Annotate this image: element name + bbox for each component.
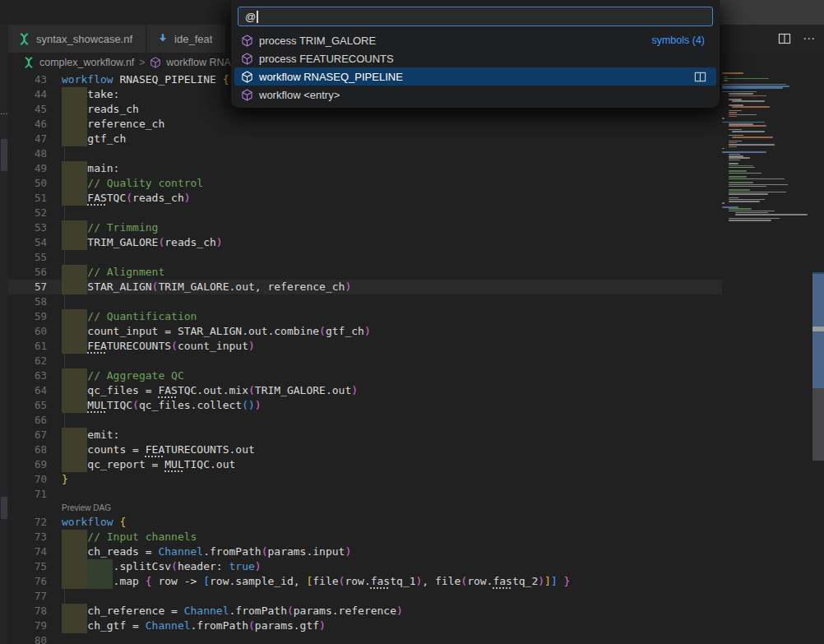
code-line[interactable]: 47 gtf_ch <box>8 132 722 146</box>
overflow-dots-icon: ⋯ <box>0 109 8 118</box>
line-number: 68 <box>8 442 62 457</box>
quick-open-input[interactable]: @ <box>238 7 713 26</box>
code-line[interactable]: 77 <box>8 589 722 604</box>
code-line[interactable]: 49 main: <box>8 161 722 176</box>
breadcrumb-file[interactable]: complex_workflow.nf <box>39 57 134 68</box>
tab-label: ide_feat <box>174 33 212 45</box>
line-number: 53 <box>8 220 62 235</box>
line-number: 61 <box>8 339 62 354</box>
line-number: 65 <box>8 398 62 413</box>
tab-syntax-showcase[interactable]: syntax_showcase.nf <box>8 25 146 53</box>
code-line[interactable]: 76 .map { row -> [row.sample_id, [file(r… <box>8 574 722 589</box>
code-line[interactable]: 69 qc_report = MULTIQC.out <box>8 457 722 472</box>
code-text: // Aggregate QC <box>62 368 184 383</box>
quick-open-item[interactable]: process TRIM_GALOREsymbols (4) <box>234 31 716 49</box>
code-line[interactable]: 70} <box>8 472 722 487</box>
symbol-cube-icon <box>150 57 161 68</box>
code-text: // Trimming <box>62 220 158 235</box>
symbol-cube-icon <box>241 71 253 83</box>
line-number: 74 <box>8 544 62 559</box>
code-line[interactable]: 63 // Aggregate QC <box>8 368 722 383</box>
tab-ide-features[interactable]: ide_feat <box>147 25 225 53</box>
code-text: counts = FEATURECOUNTS.out <box>62 442 255 457</box>
code-editor[interactable]: 43workflow RNASEQ_PIPELINE {44 take:45 r… <box>8 72 722 644</box>
code-line[interactable]: 61 FEATURECOUNTS(count_input) <box>8 339 722 354</box>
code-line[interactable]: 57 STAR_ALIGN(TRIM_GALORE.out, reference… <box>8 280 722 294</box>
code-text: workflow RNASEQ_PIPELINE { <box>62 72 229 87</box>
code-text: ch_gtf = Channel.fromPath(params.gtf) <box>62 619 326 633</box>
code-line[interactable]: 78 ch_reference = Channel.fromPath(param… <box>8 604 722 619</box>
vscode-window: ⋯ syntax_showcase.nf ide_feat ⋯ <box>0 0 824 644</box>
code-text: emit: <box>62 428 119 442</box>
code-text: .splitCsv(header: true) <box>62 559 262 574</box>
code-text: FASTQC(reads_ch) <box>62 191 191 206</box>
line-number: 77 <box>8 589 62 604</box>
code-line[interactable]: 55 <box>8 250 722 265</box>
line-number: 46 <box>8 117 62 132</box>
code-line[interactable]: 58 <box>8 294 722 309</box>
line-number: 55 <box>8 250 62 265</box>
quick-open-item[interactable]: process FEATURECOUNTS <box>234 49 716 67</box>
symbol-cube-icon <box>241 35 253 47</box>
codelens-preview-dag[interactable]: Preview DAG <box>8 502 722 515</box>
line-number: 79 <box>8 619 62 633</box>
code-line[interactable]: 46 reference_ch <box>8 117 722 132</box>
indent-guide <box>64 206 65 220</box>
code-line[interactable]: 60 count_input = STAR_ALIGN.out.combine(… <box>8 324 722 339</box>
line-number: 58 <box>8 294 62 309</box>
split-editor-icon[interactable] <box>778 32 791 45</box>
code-line[interactable]: 51 FASTQC(reads_ch) <box>8 191 722 206</box>
code-line[interactable]: 65 MULTIQC(qc_files.collect()) <box>8 398 722 413</box>
code-line[interactable]: 53 // Trimming <box>8 220 722 235</box>
line-number: 45 <box>8 102 62 117</box>
code-line[interactable]: 64 qc_files = FASTQC.out.mix(TRIM_GALORE… <box>8 383 722 398</box>
code-line[interactable]: 52 <box>8 206 722 220</box>
line-number: 57 <box>8 280 62 294</box>
line-number: 69 <box>8 457 62 472</box>
code-text: workflow { <box>62 515 126 530</box>
code-text: // Quality control <box>62 176 203 191</box>
quick-open-list: process TRIM_GALOREsymbols (4)process FE… <box>231 31 720 104</box>
line-number: 62 <box>8 354 62 368</box>
line-number: 56 <box>8 265 62 280</box>
left-panel-scrollbar-thumb[interactable] <box>1 139 7 171</box>
code-line[interactable]: 79 ch_gtf = Channel.fromPath(params.gtf) <box>8 619 722 633</box>
code-line[interactable]: 74 ch_reads = Channel.fromPath(params.in… <box>8 544 722 559</box>
code-text: // Input channels <box>62 530 197 544</box>
symbol-cube-icon <box>241 53 253 65</box>
quick-open-item-label: workflow RNASEQ_PIPELINE <box>259 71 403 83</box>
code-line[interactable]: 48 <box>8 146 722 161</box>
tab-label: syntax_showcase.nf <box>36 33 132 45</box>
code-text: FEATURECOUNTS(count_input) <box>62 339 255 354</box>
code-line[interactable]: 73 // Input channels <box>8 530 722 544</box>
code-line[interactable]: 50 // Quality control <box>8 176 722 191</box>
quick-open-item-label: workflow <entry> <box>259 89 340 101</box>
code-text: STAR_ALIGN(TRIM_GALORE.out, reference_ch… <box>62 280 351 294</box>
scrollbar[interactable] <box>812 0 824 644</box>
quick-open-item[interactable]: workflow <entry> <box>234 86 716 104</box>
breadcrumb-symbol[interactable]: workflow RNASEQ_PIPELINE <box>166 57 231 68</box>
nextflow-logo-icon <box>18 33 30 45</box>
code-line[interactable]: 75 .splitCsv(header: true) <box>8 559 722 574</box>
code-line[interactable]: 67 emit: <box>8 428 722 442</box>
code-line[interactable]: 62 <box>8 354 722 368</box>
code-line[interactable]: 66 <box>8 413 722 428</box>
code-line[interactable]: 59 // Quantification <box>8 309 722 324</box>
scrollbar-thumb[interactable] <box>812 388 824 461</box>
code-line[interactable]: 80 <box>8 633 722 644</box>
quick-open-item[interactable]: workflow RNASEQ_PIPELINE <box>234 67 716 86</box>
code-line[interactable]: 54 TRIM_GALORE(reads_ch) <box>8 235 722 250</box>
indent-guide <box>64 146 65 161</box>
code-line[interactable]: 68 counts = FEATURECOUNTS.out <box>8 442 722 457</box>
line-number: 70 <box>8 472 62 487</box>
code-text: // Quantification <box>62 309 197 324</box>
overview-ruler-marker <box>812 327 824 331</box>
code-text: ch_reads = Channel.fromPath(params.input… <box>62 544 351 559</box>
code-line[interactable]: 72workflow { <box>8 515 722 530</box>
indent-guide <box>64 354 65 368</box>
code-line[interactable]: 71 <box>8 487 722 502</box>
line-number: 73 <box>8 530 62 544</box>
minimap[interactable] <box>722 72 812 237</box>
open-to-side-icon[interactable] <box>694 71 710 83</box>
code-line[interactable]: 56 // Alignment <box>8 265 722 280</box>
